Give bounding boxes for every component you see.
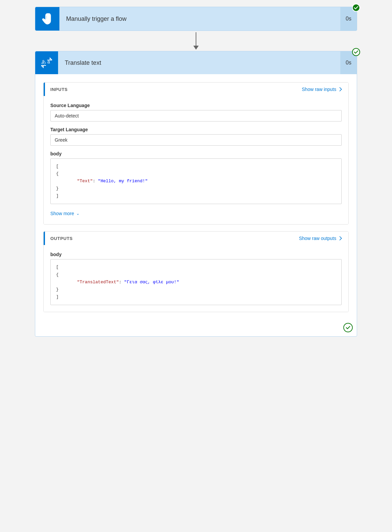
body-output-code: [ { "TranslatedText": "Γεια σας, φίλε μο… <box>50 259 342 305</box>
target-language-value: Greek <box>50 134 342 146</box>
arrow-head <box>193 46 199 50</box>
body-input-code: [ { "Text": "Hello, my friend!" } ] <box>50 158 342 204</box>
source-language-label: Source Language <box>50 103 342 108</box>
chevron-right-icon <box>338 87 343 92</box>
outputs-body: body [ { "TranslatedText": "Γεια σας, φί… <box>44 245 348 311</box>
trigger-title: Manually trigger a flow <box>59 7 340 31</box>
code-close-brace: } <box>56 186 59 191</box>
body-input-label: body <box>50 151 342 156</box>
source-language-value: Auto-detect <box>50 110 342 122</box>
out-close-brace: } <box>56 287 59 292</box>
trigger-success-badge <box>352 4 360 12</box>
outputs-section: OUTPUTS Show raw outputs body [ { <box>43 231 349 312</box>
out-translated-value: "Γεια σας, φίλε μου!" <box>124 280 179 285</box>
code-open-bracket: [ <box>56 164 59 169</box>
translate-icon: あ a <box>40 56 53 69</box>
arrow-line <box>196 32 196 46</box>
action-header[interactable]: あ a Translate text 0s <box>35 51 357 74</box>
chevron-down-icon: ⌄ <box>76 211 80 216</box>
body-output-group: body [ { "TranslatedText": "Γεια σας, φί… <box>50 252 342 305</box>
inputs-body: Source Language Auto-detect Target Langu… <box>44 96 348 224</box>
trigger-icon-area <box>35 7 59 31</box>
code-indent <box>56 179 77 184</box>
code-text-value: "Hello, my friend!" <box>98 179 148 184</box>
source-language-group: Source Language Auto-detect <box>50 103 342 122</box>
show-raw-inputs-link[interactable]: Show raw inputs <box>302 87 343 92</box>
inputs-section-header: INPUTS Show raw inputs <box>44 83 348 96</box>
action-success-badge <box>352 48 360 56</box>
out-translated-key: "TranslatedText" <box>77 280 119 285</box>
out-indent <box>56 280 77 285</box>
bottom-circle-check <box>343 323 353 332</box>
code-close-bracket: ] <box>56 193 59 198</box>
svg-text:あ: あ <box>41 59 46 64</box>
target-language-label: Target Language <box>50 127 342 132</box>
bottom-badge-area <box>35 320 357 336</box>
trigger-block[interactable]: Manually trigger a flow 0s <box>35 7 357 31</box>
action-icon-area: あ a <box>35 51 58 74</box>
arrow-connector <box>193 31 199 51</box>
chevron-right-outputs-icon <box>338 236 343 241</box>
code-text-key: "Text" <box>77 179 93 184</box>
code-open-brace: { <box>56 171 59 176</box>
hand-trigger-icon <box>41 12 54 25</box>
outputs-label: OUTPUTS <box>50 236 73 241</box>
inputs-label: INPUTS <box>50 87 68 92</box>
target-language-group: Target Language Greek <box>50 127 342 146</box>
show-raw-outputs-link[interactable]: Show raw outputs <box>299 236 343 241</box>
action-title: Translate text <box>58 51 340 74</box>
action-block: あ a Translate text 0s INPUTS <box>35 51 357 337</box>
outputs-section-header: OUTPUTS Show raw outputs <box>44 232 348 245</box>
out-open-bracket: [ <box>56 264 59 270</box>
inputs-section: INPUTS Show raw inputs Source Language A… <box>43 82 349 225</box>
code-colon: : <box>93 179 98 184</box>
out-close-bracket: ] <box>56 294 59 299</box>
body-output-label: body <box>50 252 342 257</box>
action-content: INPUTS Show raw inputs Source Language A… <box>35 74 357 320</box>
body-group: body [ { "Text": "Hello, my friend!" } ] <box>50 151 342 204</box>
out-colon: : <box>119 280 124 285</box>
show-more-button[interactable]: Show more ⌄ <box>50 209 80 217</box>
out-open-brace: { <box>56 272 59 277</box>
